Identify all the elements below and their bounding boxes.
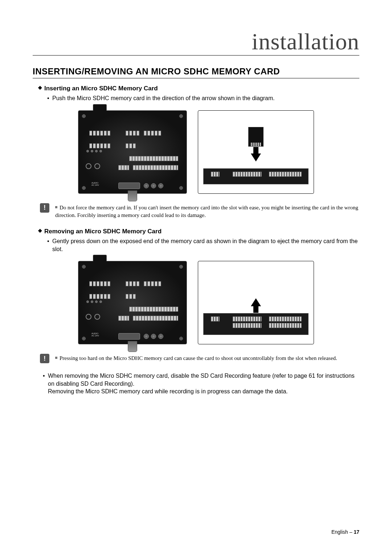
io-header-icon xyxy=(118,165,129,170)
screw-icon xyxy=(179,186,183,190)
remove-extra-bullets: When removing the Micro SDHC memory card… xyxy=(33,372,359,396)
device-illustration: AUDIOAC 24V xyxy=(78,261,187,344)
screw-icon xyxy=(82,186,86,190)
square-bullet-icon xyxy=(55,206,57,208)
title-rule: installation xyxy=(33,29,359,56)
insert-diagram: AUDIOAC 24V xyxy=(33,110,359,194)
io-header-icon xyxy=(133,316,178,321)
card-slot-base-icon xyxy=(203,313,309,335)
screw-icon xyxy=(82,114,86,118)
connector-icon xyxy=(144,281,161,286)
footer-lang: English – xyxy=(331,529,354,535)
insert-bullet-1: Push the Micro SDHC memory card in the d… xyxy=(47,94,359,102)
arrow-up-icon xyxy=(251,298,261,306)
connector-icon xyxy=(126,143,136,148)
insert-note-body: Do not force the memory card in. If you … xyxy=(55,205,358,218)
connector-icon xyxy=(126,294,136,299)
page-root: installation INSERTING/REMOVING AN MICRO… xyxy=(0,0,392,553)
chapter-title: installation xyxy=(252,29,359,55)
mount-stem-icon xyxy=(128,191,137,201)
screw-icon xyxy=(179,337,183,340)
alert-icon: ! xyxy=(40,203,49,213)
remove-zoom-illustration xyxy=(198,261,314,344)
insert-subheading: Inserting an Micro SDHC Memory Card xyxy=(38,85,359,92)
mount-stem-icon xyxy=(128,341,137,352)
square-bullet-icon xyxy=(55,357,57,359)
power-terminal-icon xyxy=(118,333,140,340)
connector-icon xyxy=(126,281,139,286)
button-row-icon xyxy=(144,334,163,339)
screw-icon xyxy=(82,337,86,340)
io-header-icon xyxy=(133,165,178,170)
sd-slot-tab-icon xyxy=(93,255,107,261)
remove-note-body: Pressing too hard on the Micro SDHC memo… xyxy=(60,355,337,361)
insert-caution: ! Do not force the memory card in. If yo… xyxy=(40,203,359,219)
audio-jack-icon xyxy=(86,314,100,320)
device-illustration: AUDIOAC 24V xyxy=(78,110,187,194)
remove-caution-text: Pressing too hard on the Micro SDHC memo… xyxy=(55,354,337,362)
diamond-icon xyxy=(38,86,42,91)
remove-subheading-text: Removing an Micro SDHC Memory Card xyxy=(44,228,162,235)
footer-page-number: 17 xyxy=(354,529,359,535)
alert-icon: ! xyxy=(40,354,49,363)
io-header-icon xyxy=(129,156,178,161)
insert-caution-text: Do not force the memory card in. If you … xyxy=(55,203,359,219)
led-row-icon xyxy=(86,150,102,152)
screw-icon xyxy=(179,114,183,118)
audio-jack-icon xyxy=(86,163,100,169)
section-heading: INSERTING/REMOVING AN MICRO SDHC MEMORY … xyxy=(33,66,359,78)
screw-icon xyxy=(82,265,86,269)
remove-bullet-1: Gently press down on the exposed end of … xyxy=(47,237,359,253)
device-small-labels: AUDIOAC 24V xyxy=(91,332,99,337)
remove-bullet-2: When removing the Micro SDHC memory card… xyxy=(43,372,359,396)
remove-bullets: Gently press down on the exposed end of … xyxy=(33,237,359,253)
remove-diagram: AUDIOAC 24V xyxy=(33,261,359,344)
connector-icon xyxy=(89,281,110,286)
card-slot-base-icon xyxy=(203,168,309,184)
diamond-icon xyxy=(38,229,42,234)
insert-zoom-illustration xyxy=(198,110,314,194)
connector-icon xyxy=(89,143,110,148)
sd-slot-tab-icon xyxy=(93,104,107,111)
device-small-labels: AUDIOAC 24V xyxy=(91,182,99,186)
remove-subheading: Removing an Micro SDHC Memory Card xyxy=(38,228,359,235)
arrow-down-icon xyxy=(251,153,261,161)
screw-icon xyxy=(179,265,183,269)
page-footer: English – 17 xyxy=(331,529,359,535)
insert-subheading-text: Inserting an Micro SDHC Memory Card xyxy=(44,85,158,92)
remove-caution: ! Pressing too hard on the Micro SDHC me… xyxy=(40,354,359,363)
connector-icon xyxy=(126,131,139,136)
insert-bullets: Push the Micro SDHC memory card in the d… xyxy=(33,94,359,102)
connector-icon xyxy=(89,294,110,299)
io-header-icon xyxy=(129,307,178,312)
connector-icon xyxy=(89,131,110,136)
microsd-card-icon xyxy=(248,127,264,147)
button-row-icon xyxy=(144,183,163,188)
power-terminal-icon xyxy=(118,183,140,189)
led-row-icon xyxy=(86,300,102,303)
connector-icon xyxy=(144,131,161,136)
io-header-icon xyxy=(118,316,129,321)
